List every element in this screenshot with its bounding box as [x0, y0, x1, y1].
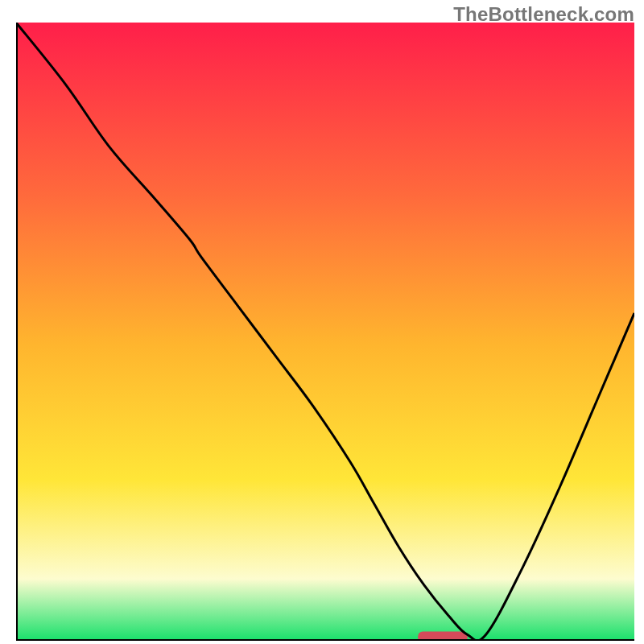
gradient-background — [16, 23, 634, 641]
plot-svg — [16, 23, 634, 641]
chart-stage: TheBottleneck.com — [0, 0, 644, 644]
plot-area — [16, 23, 634, 641]
